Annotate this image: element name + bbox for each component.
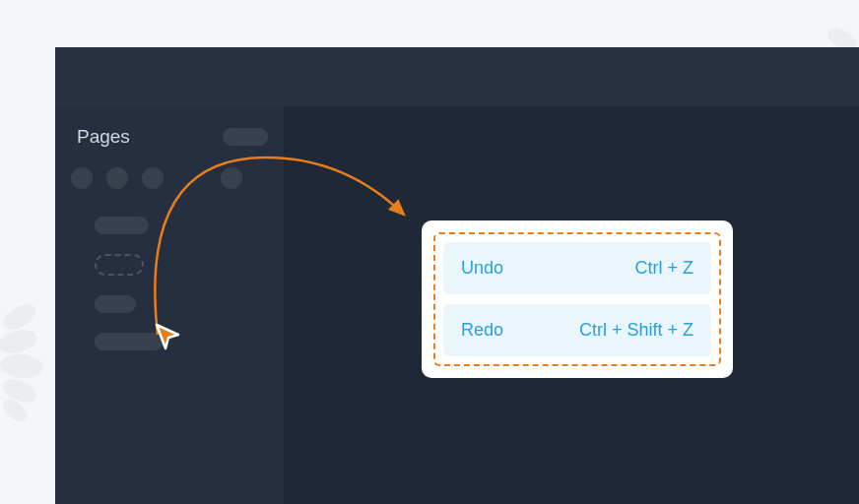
cursor-icon xyxy=(153,321,184,352)
shortcut-action: Redo xyxy=(461,320,503,341)
circle-row xyxy=(55,167,284,207)
sidebar-badge xyxy=(223,128,268,146)
canvas: Undo Ctrl + Z Redo Ctrl + Shift + Z xyxy=(284,106,859,504)
svg-point-0 xyxy=(0,299,40,334)
avatar-circle[interactable] xyxy=(71,167,93,189)
avatar-circle[interactable] xyxy=(221,167,242,189)
shortcut-selection: Undo Ctrl + Z Redo Ctrl + Shift + Z xyxy=(433,232,721,366)
app-window: Pages Undo Ctrl + Z xyxy=(55,47,859,504)
decorative-leaf-left xyxy=(0,287,59,425)
avatar-circle[interactable] xyxy=(106,167,128,189)
top-bar xyxy=(55,47,859,106)
page-drop-slot[interactable] xyxy=(95,254,144,276)
main-area: Pages Undo Ctrl + Z xyxy=(55,106,859,504)
sidebar: Pages xyxy=(55,106,284,504)
shortcut-undo[interactable]: Undo Ctrl + Z xyxy=(443,242,711,294)
sidebar-header: Pages xyxy=(55,106,284,167)
page-item[interactable] xyxy=(55,285,284,323)
shortcut-card: Undo Ctrl + Z Redo Ctrl + Shift + Z xyxy=(422,220,733,378)
shortcut-redo[interactable]: Redo Ctrl + Shift + Z xyxy=(443,304,711,356)
shortcut-keys: Ctrl + Shift + Z xyxy=(579,320,694,341)
shortcut-action: Undo xyxy=(461,258,503,279)
shortcut-keys: Ctrl + Z xyxy=(634,258,694,279)
svg-point-2 xyxy=(0,352,44,380)
sidebar-title: Pages xyxy=(77,126,130,148)
svg-point-1 xyxy=(0,326,39,357)
avatar-circle[interactable] xyxy=(142,167,164,189)
page-item[interactable] xyxy=(55,207,284,244)
